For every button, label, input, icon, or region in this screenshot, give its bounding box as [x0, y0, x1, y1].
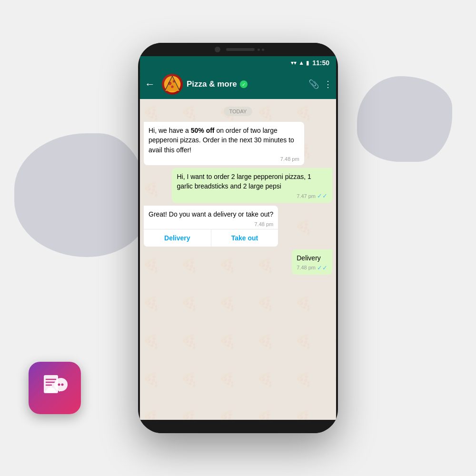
svg-point-13	[171, 86, 173, 88]
take-out-button[interactable]: Take out	[211, 229, 278, 247]
menu-icon[interactable]: ⋮	[324, 79, 332, 89]
status-bar: ▾▾ ▲ ▮ 11:50	[140, 56, 336, 69]
message-3-text: Great! Do you want a delivery or take ou…	[144, 206, 278, 221]
camera-dot	[215, 47, 220, 52]
phone-notch	[138, 43, 338, 56]
attachment-icon[interactable]: 📎	[308, 79, 319, 89]
date-badge: TODAY	[224, 107, 253, 116]
phone-bottom-bar	[138, 420, 338, 433]
chat-area: TODAY Hi, we have a 50% off on order of …	[140, 99, 336, 420]
background-blob-right	[357, 76, 452, 162]
header-actions: 📎 ⋮	[308, 79, 332, 89]
verified-badge: ✓	[240, 80, 248, 88]
status-icons: ▾▾ ▲ ▮	[291, 60, 309, 66]
back-button[interactable]: ←	[142, 76, 158, 92]
svg-point-8	[61, 384, 64, 386]
message-1: Hi, we have a 50% off on order of two la…	[144, 122, 304, 165]
message-4-text: Delivery	[297, 254, 321, 262]
phone-screen: ▾▾ ▲ ▮ 11:50 ←	[140, 56, 336, 420]
delivery-button[interactable]: Delivery	[144, 229, 211, 247]
message-1-text: Hi, we have a 50% off on order of two la…	[149, 127, 294, 154]
message-4-checks: ✓✓	[317, 264, 327, 273]
message-2-checks: ✓✓	[317, 192, 327, 201]
contact-name: Pizza & more	[187, 79, 237, 89]
message-2-text: Hi, I want to order 2 large pepperoni pi…	[177, 173, 311, 190]
message-4: Delivery 7.48 pm ✓✓	[292, 249, 332, 275]
quick-reply-buttons: Delivery Take out	[144, 229, 278, 247]
background-blob-left	[14, 133, 148, 257]
phone-frame: ▾▾ ▲ ▮ 11:50 ←	[138, 43, 338, 433]
battery-icon: ▮	[306, 60, 309, 66]
app-badge	[29, 362, 81, 414]
sensor-dots	[258, 49, 264, 51]
wifi-icon: ▾▾	[291, 60, 297, 66]
message-3-time: 7.48 pm	[255, 221, 274, 227]
message-2: Hi, I want to order 2 large pepperoni pi…	[172, 168, 332, 203]
status-time: 11:50	[312, 59, 329, 67]
message-1-time: 7.48 pm	[280, 156, 299, 163]
contact-avatar	[162, 74, 183, 95]
signal-icon: ▲	[298, 60, 304, 66]
speaker-grille	[226, 48, 255, 51]
app-badge-icon	[38, 371, 71, 405]
message-2-time: 7.47 pm	[297, 193, 316, 200]
message-4-time: 7.48 pm	[297, 264, 316, 272]
contact-info: Pizza & more ✓	[187, 79, 305, 89]
svg-point-6	[54, 378, 68, 391]
chat-header: ← Pizza & more ✓	[140, 69, 336, 99]
message-3-quick-reply: Great! Do you want a delivery or take ou…	[144, 206, 278, 246]
svg-point-7	[58, 384, 60, 386]
